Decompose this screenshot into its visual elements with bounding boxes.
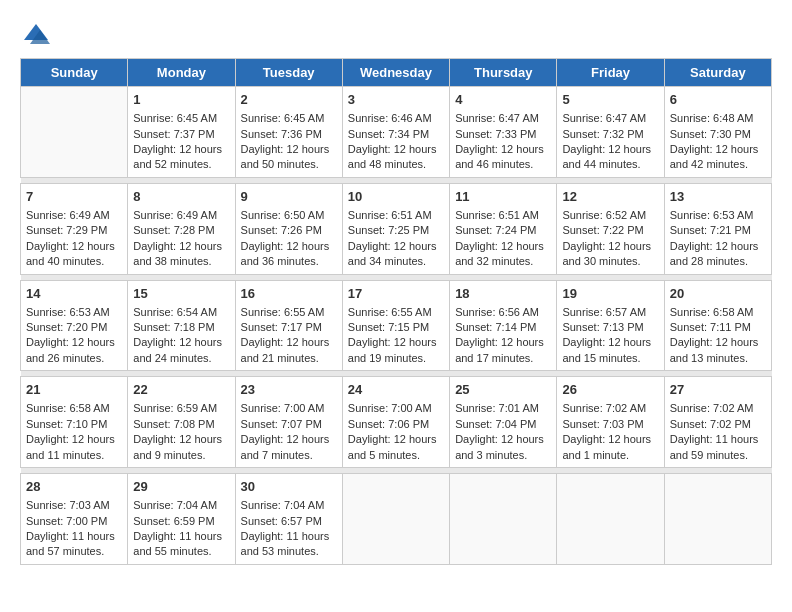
page-header [20,20,772,48]
calendar-cell: 1Sunrise: 6:45 AMSunset: 7:37 PMDaylight… [128,87,235,178]
sunset-text: Sunset: 7:24 PM [455,223,551,238]
calendar-cell: 20Sunrise: 6:58 AMSunset: 7:11 PMDayligh… [664,280,771,371]
day-header-thursday: Thursday [450,59,557,87]
calendar-cell: 7Sunrise: 6:49 AMSunset: 7:29 PMDaylight… [21,183,128,274]
day-number: 9 [241,188,337,206]
week-row-5: 28Sunrise: 7:03 AMSunset: 7:00 PMDayligh… [21,474,772,565]
day-number: 25 [455,381,551,399]
sunset-text: Sunset: 7:08 PM [133,417,229,432]
sunrise-text: Sunrise: 7:04 AM [241,498,337,513]
daylight-text: Daylight: 12 hours and 30 minutes. [562,239,658,270]
sunset-text: Sunset: 7:02 PM [670,417,766,432]
calendar-cell: 23Sunrise: 7:00 AMSunset: 7:07 PMDayligh… [235,377,342,468]
day-number: 30 [241,478,337,496]
sunrise-text: Sunrise: 7:01 AM [455,401,551,416]
day-number: 14 [26,285,122,303]
sunrise-text: Sunrise: 6:56 AM [455,305,551,320]
sunrise-text: Sunrise: 6:47 AM [562,111,658,126]
day-number: 24 [348,381,444,399]
day-number: 28 [26,478,122,496]
sunrise-text: Sunrise: 7:02 AM [670,401,766,416]
day-number: 10 [348,188,444,206]
logo-icon [22,20,50,48]
calendar-cell: 18Sunrise: 6:56 AMSunset: 7:14 PMDayligh… [450,280,557,371]
sunset-text: Sunset: 7:18 PM [133,320,229,335]
sunrise-text: Sunrise: 6:55 AM [241,305,337,320]
sunset-text: Sunset: 7:37 PM [133,127,229,142]
daylight-text: Daylight: 12 hours and 21 minutes. [241,335,337,366]
calendar-cell: 11Sunrise: 6:51 AMSunset: 7:24 PMDayligh… [450,183,557,274]
daylight-text: Daylight: 12 hours and 42 minutes. [670,142,766,173]
daylight-text: Daylight: 12 hours and 26 minutes. [26,335,122,366]
day-number: 2 [241,91,337,109]
day-number: 3 [348,91,444,109]
day-header-saturday: Saturday [664,59,771,87]
day-number: 29 [133,478,229,496]
sunset-text: Sunset: 7:17 PM [241,320,337,335]
sunset-text: Sunset: 7:33 PM [455,127,551,142]
sunrise-text: Sunrise: 6:54 AM [133,305,229,320]
day-number: 22 [133,381,229,399]
daylight-text: Daylight: 12 hours and 50 minutes. [241,142,337,173]
daylight-text: Daylight: 11 hours and 55 minutes. [133,529,229,560]
sunset-text: Sunset: 7:00 PM [26,514,122,529]
sunrise-text: Sunrise: 6:49 AM [26,208,122,223]
day-number: 4 [455,91,551,109]
sunrise-text: Sunrise: 6:53 AM [670,208,766,223]
sunrise-text: Sunrise: 6:47 AM [455,111,551,126]
sunrise-text: Sunrise: 6:50 AM [241,208,337,223]
sunset-text: Sunset: 7:25 PM [348,223,444,238]
sunrise-text: Sunrise: 7:02 AM [562,401,658,416]
calendar-cell: 8Sunrise: 6:49 AMSunset: 7:28 PMDaylight… [128,183,235,274]
day-header-monday: Monday [128,59,235,87]
day-number: 21 [26,381,122,399]
sunset-text: Sunset: 6:57 PM [241,514,337,529]
sunset-text: Sunset: 7:30 PM [670,127,766,142]
calendar-cell: 3Sunrise: 6:46 AMSunset: 7:34 PMDaylight… [342,87,449,178]
daylight-text: Daylight: 11 hours and 59 minutes. [670,432,766,463]
sunrise-text: Sunrise: 6:49 AM [133,208,229,223]
sunrise-text: Sunrise: 7:03 AM [26,498,122,513]
sunset-text: Sunset: 7:03 PM [562,417,658,432]
sunset-text: Sunset: 7:29 PM [26,223,122,238]
sunrise-text: Sunrise: 6:55 AM [348,305,444,320]
day-number: 17 [348,285,444,303]
calendar-cell: 6Sunrise: 6:48 AMSunset: 7:30 PMDaylight… [664,87,771,178]
calendar-cell: 12Sunrise: 6:52 AMSunset: 7:22 PMDayligh… [557,183,664,274]
daylight-text: Daylight: 12 hours and 24 minutes. [133,335,229,366]
logo [20,20,50,48]
sunset-text: Sunset: 6:59 PM [133,514,229,529]
sunrise-text: Sunrise: 6:58 AM [26,401,122,416]
calendar-cell: 26Sunrise: 7:02 AMSunset: 7:03 PMDayligh… [557,377,664,468]
calendar-header-row: SundayMondayTuesdayWednesdayThursdayFrid… [21,59,772,87]
day-number: 8 [133,188,229,206]
daylight-text: Daylight: 12 hours and 7 minutes. [241,432,337,463]
sunrise-text: Sunrise: 6:45 AM [133,111,229,126]
calendar-cell: 28Sunrise: 7:03 AMSunset: 7:00 PMDayligh… [21,474,128,565]
calendar-cell: 5Sunrise: 6:47 AMSunset: 7:32 PMDaylight… [557,87,664,178]
sunrise-text: Sunrise: 6:45 AM [241,111,337,126]
calendar-cell: 16Sunrise: 6:55 AMSunset: 7:17 PMDayligh… [235,280,342,371]
day-header-friday: Friday [557,59,664,87]
sunset-text: Sunset: 7:32 PM [562,127,658,142]
sunset-text: Sunset: 7:22 PM [562,223,658,238]
day-header-wednesday: Wednesday [342,59,449,87]
sunrise-text: Sunrise: 6:51 AM [455,208,551,223]
sunset-text: Sunset: 7:11 PM [670,320,766,335]
calendar-cell: 9Sunrise: 6:50 AMSunset: 7:26 PMDaylight… [235,183,342,274]
day-header-tuesday: Tuesday [235,59,342,87]
calendar-cell: 29Sunrise: 7:04 AMSunset: 6:59 PMDayligh… [128,474,235,565]
calendar-cell: 2Sunrise: 6:45 AMSunset: 7:36 PMDaylight… [235,87,342,178]
day-number: 15 [133,285,229,303]
sunset-text: Sunset: 7:13 PM [562,320,658,335]
daylight-text: Daylight: 12 hours and 1 minute. [562,432,658,463]
sunset-text: Sunset: 7:10 PM [26,417,122,432]
day-number: 5 [562,91,658,109]
daylight-text: Daylight: 12 hours and 15 minutes. [562,335,658,366]
calendar-cell [450,474,557,565]
sunset-text: Sunset: 7:28 PM [133,223,229,238]
calendar-cell [557,474,664,565]
calendar-cell: 27Sunrise: 7:02 AMSunset: 7:02 PMDayligh… [664,377,771,468]
daylight-text: Daylight: 12 hours and 17 minutes. [455,335,551,366]
daylight-text: Daylight: 11 hours and 53 minutes. [241,529,337,560]
